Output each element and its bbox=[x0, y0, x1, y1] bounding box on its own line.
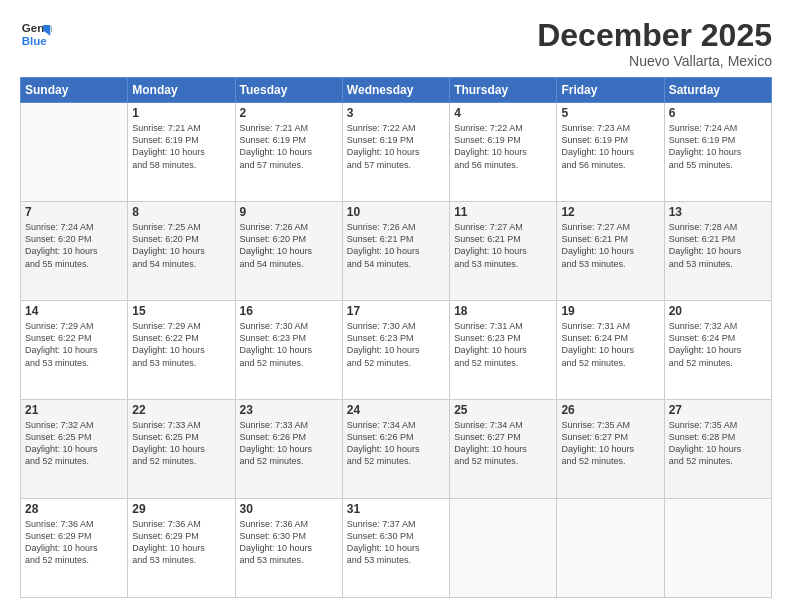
calendar-cell: 1Sunrise: 7:21 AM Sunset: 6:19 PM Daylig… bbox=[128, 103, 235, 202]
calendar-week-row: 7Sunrise: 7:24 AM Sunset: 6:20 PM Daylig… bbox=[21, 202, 772, 301]
day-info: Sunrise: 7:32 AM Sunset: 6:24 PM Dayligh… bbox=[669, 320, 767, 369]
day-info: Sunrise: 7:36 AM Sunset: 6:30 PM Dayligh… bbox=[240, 518, 338, 567]
weekday-header-tuesday: Tuesday bbox=[235, 78, 342, 103]
calendar-cell: 31Sunrise: 7:37 AM Sunset: 6:30 PM Dayli… bbox=[342, 499, 449, 598]
calendar-cell: 8Sunrise: 7:25 AM Sunset: 6:20 PM Daylig… bbox=[128, 202, 235, 301]
day-info: Sunrise: 7:21 AM Sunset: 6:19 PM Dayligh… bbox=[240, 122, 338, 171]
day-number: 8 bbox=[132, 205, 230, 219]
day-number: 6 bbox=[669, 106, 767, 120]
day-number: 11 bbox=[454, 205, 552, 219]
day-number: 17 bbox=[347, 304, 445, 318]
calendar-cell: 6Sunrise: 7:24 AM Sunset: 6:19 PM Daylig… bbox=[664, 103, 771, 202]
location-subtitle: Nuevo Vallarta, Mexico bbox=[537, 53, 772, 69]
header: General Blue December 2025 Nuevo Vallart… bbox=[20, 18, 772, 69]
calendar-cell: 14Sunrise: 7:29 AM Sunset: 6:22 PM Dayli… bbox=[21, 301, 128, 400]
day-number: 28 bbox=[25, 502, 123, 516]
calendar-table: SundayMondayTuesdayWednesdayThursdayFrid… bbox=[20, 77, 772, 598]
logo-icon: General Blue bbox=[20, 18, 52, 50]
weekday-header-row: SundayMondayTuesdayWednesdayThursdayFrid… bbox=[21, 78, 772, 103]
calendar-cell: 23Sunrise: 7:33 AM Sunset: 6:26 PM Dayli… bbox=[235, 400, 342, 499]
day-info: Sunrise: 7:29 AM Sunset: 6:22 PM Dayligh… bbox=[25, 320, 123, 369]
calendar-cell: 28Sunrise: 7:36 AM Sunset: 6:29 PM Dayli… bbox=[21, 499, 128, 598]
day-info: Sunrise: 7:21 AM Sunset: 6:19 PM Dayligh… bbox=[132, 122, 230, 171]
calendar-week-row: 14Sunrise: 7:29 AM Sunset: 6:22 PM Dayli… bbox=[21, 301, 772, 400]
day-info: Sunrise: 7:33 AM Sunset: 6:26 PM Dayligh… bbox=[240, 419, 338, 468]
day-number: 31 bbox=[347, 502, 445, 516]
day-info: Sunrise: 7:22 AM Sunset: 6:19 PM Dayligh… bbox=[347, 122, 445, 171]
day-info: Sunrise: 7:26 AM Sunset: 6:20 PM Dayligh… bbox=[240, 221, 338, 270]
calendar-cell: 24Sunrise: 7:34 AM Sunset: 6:26 PM Dayli… bbox=[342, 400, 449, 499]
day-info: Sunrise: 7:24 AM Sunset: 6:19 PM Dayligh… bbox=[669, 122, 767, 171]
day-number: 19 bbox=[561, 304, 659, 318]
calendar-cell: 27Sunrise: 7:35 AM Sunset: 6:28 PM Dayli… bbox=[664, 400, 771, 499]
day-info: Sunrise: 7:31 AM Sunset: 6:23 PM Dayligh… bbox=[454, 320, 552, 369]
calendar-week-row: 1Sunrise: 7:21 AM Sunset: 6:19 PM Daylig… bbox=[21, 103, 772, 202]
calendar-cell: 25Sunrise: 7:34 AM Sunset: 6:27 PM Dayli… bbox=[450, 400, 557, 499]
day-number: 12 bbox=[561, 205, 659, 219]
calendar-cell: 9Sunrise: 7:26 AM Sunset: 6:20 PM Daylig… bbox=[235, 202, 342, 301]
day-number: 24 bbox=[347, 403, 445, 417]
day-info: Sunrise: 7:36 AM Sunset: 6:29 PM Dayligh… bbox=[132, 518, 230, 567]
calendar-cell: 26Sunrise: 7:35 AM Sunset: 6:27 PM Dayli… bbox=[557, 400, 664, 499]
day-info: Sunrise: 7:29 AM Sunset: 6:22 PM Dayligh… bbox=[132, 320, 230, 369]
calendar-cell: 21Sunrise: 7:32 AM Sunset: 6:25 PM Dayli… bbox=[21, 400, 128, 499]
day-number: 20 bbox=[669, 304, 767, 318]
title-block: December 2025 Nuevo Vallarta, Mexico bbox=[537, 18, 772, 69]
day-number: 18 bbox=[454, 304, 552, 318]
calendar-cell: 22Sunrise: 7:33 AM Sunset: 6:25 PM Dayli… bbox=[128, 400, 235, 499]
day-info: Sunrise: 7:22 AM Sunset: 6:19 PM Dayligh… bbox=[454, 122, 552, 171]
day-number: 4 bbox=[454, 106, 552, 120]
day-number: 14 bbox=[25, 304, 123, 318]
weekday-header-monday: Monday bbox=[128, 78, 235, 103]
day-number: 30 bbox=[240, 502, 338, 516]
calendar-cell: 16Sunrise: 7:30 AM Sunset: 6:23 PM Dayli… bbox=[235, 301, 342, 400]
calendar-cell: 19Sunrise: 7:31 AM Sunset: 6:24 PM Dayli… bbox=[557, 301, 664, 400]
day-info: Sunrise: 7:27 AM Sunset: 6:21 PM Dayligh… bbox=[454, 221, 552, 270]
calendar-cell: 2Sunrise: 7:21 AM Sunset: 6:19 PM Daylig… bbox=[235, 103, 342, 202]
day-info: Sunrise: 7:25 AM Sunset: 6:20 PM Dayligh… bbox=[132, 221, 230, 270]
day-info: Sunrise: 7:34 AM Sunset: 6:26 PM Dayligh… bbox=[347, 419, 445, 468]
calendar-cell: 20Sunrise: 7:32 AM Sunset: 6:24 PM Dayli… bbox=[664, 301, 771, 400]
svg-text:Blue: Blue bbox=[22, 35, 48, 47]
weekday-header-friday: Friday bbox=[557, 78, 664, 103]
calendar-cell: 4Sunrise: 7:22 AM Sunset: 6:19 PM Daylig… bbox=[450, 103, 557, 202]
calendar-cell bbox=[557, 499, 664, 598]
page: General Blue December 2025 Nuevo Vallart… bbox=[0, 0, 792, 612]
day-number: 9 bbox=[240, 205, 338, 219]
day-number: 10 bbox=[347, 205, 445, 219]
day-number: 26 bbox=[561, 403, 659, 417]
day-number: 13 bbox=[669, 205, 767, 219]
month-title: December 2025 bbox=[537, 18, 772, 53]
day-info: Sunrise: 7:28 AM Sunset: 6:21 PM Dayligh… bbox=[669, 221, 767, 270]
day-number: 7 bbox=[25, 205, 123, 219]
day-info: Sunrise: 7:30 AM Sunset: 6:23 PM Dayligh… bbox=[240, 320, 338, 369]
day-info: Sunrise: 7:35 AM Sunset: 6:28 PM Dayligh… bbox=[669, 419, 767, 468]
weekday-header-thursday: Thursday bbox=[450, 78, 557, 103]
weekday-header-sunday: Sunday bbox=[21, 78, 128, 103]
calendar-cell: 11Sunrise: 7:27 AM Sunset: 6:21 PM Dayli… bbox=[450, 202, 557, 301]
day-number: 21 bbox=[25, 403, 123, 417]
calendar-cell bbox=[664, 499, 771, 598]
day-info: Sunrise: 7:26 AM Sunset: 6:21 PM Dayligh… bbox=[347, 221, 445, 270]
day-number: 16 bbox=[240, 304, 338, 318]
calendar-cell: 7Sunrise: 7:24 AM Sunset: 6:20 PM Daylig… bbox=[21, 202, 128, 301]
calendar-week-row: 21Sunrise: 7:32 AM Sunset: 6:25 PM Dayli… bbox=[21, 400, 772, 499]
day-number: 27 bbox=[669, 403, 767, 417]
day-number: 5 bbox=[561, 106, 659, 120]
logo: General Blue bbox=[20, 18, 52, 50]
calendar-cell: 18Sunrise: 7:31 AM Sunset: 6:23 PM Dayli… bbox=[450, 301, 557, 400]
day-info: Sunrise: 7:35 AM Sunset: 6:27 PM Dayligh… bbox=[561, 419, 659, 468]
weekday-header-wednesday: Wednesday bbox=[342, 78, 449, 103]
day-number: 25 bbox=[454, 403, 552, 417]
day-info: Sunrise: 7:31 AM Sunset: 6:24 PM Dayligh… bbox=[561, 320, 659, 369]
calendar-week-row: 28Sunrise: 7:36 AM Sunset: 6:29 PM Dayli… bbox=[21, 499, 772, 598]
day-info: Sunrise: 7:37 AM Sunset: 6:30 PM Dayligh… bbox=[347, 518, 445, 567]
day-info: Sunrise: 7:30 AM Sunset: 6:23 PM Dayligh… bbox=[347, 320, 445, 369]
calendar-cell: 17Sunrise: 7:30 AM Sunset: 6:23 PM Dayli… bbox=[342, 301, 449, 400]
day-info: Sunrise: 7:33 AM Sunset: 6:25 PM Dayligh… bbox=[132, 419, 230, 468]
calendar-cell: 13Sunrise: 7:28 AM Sunset: 6:21 PM Dayli… bbox=[664, 202, 771, 301]
day-info: Sunrise: 7:23 AM Sunset: 6:19 PM Dayligh… bbox=[561, 122, 659, 171]
day-info: Sunrise: 7:36 AM Sunset: 6:29 PM Dayligh… bbox=[25, 518, 123, 567]
calendar-cell: 15Sunrise: 7:29 AM Sunset: 6:22 PM Dayli… bbox=[128, 301, 235, 400]
calendar-cell: 30Sunrise: 7:36 AM Sunset: 6:30 PM Dayli… bbox=[235, 499, 342, 598]
